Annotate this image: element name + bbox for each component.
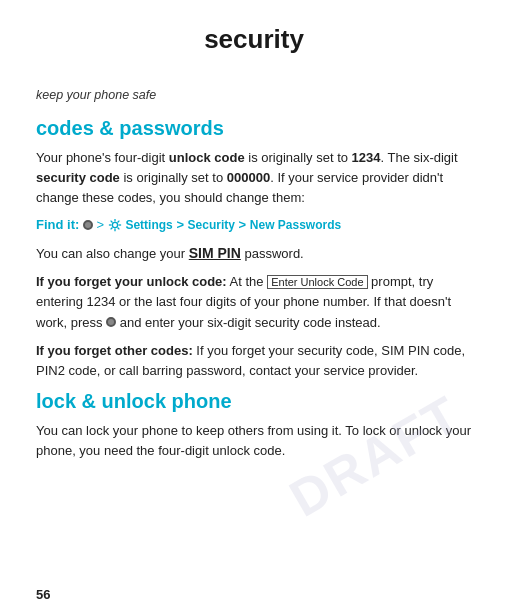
section1-title: codes & passwords — [36, 116, 472, 140]
section2-para1: You can lock your phone to keep others f… — [36, 421, 472, 461]
header-area: security — [0, 0, 508, 78]
center-dot-icon — [83, 220, 93, 230]
forget-other-para: If you forget other codes: If you forget… — [36, 341, 472, 381]
settings-icon — [108, 218, 122, 232]
svg-point-0 — [112, 222, 117, 227]
find-it-line: Find it: > Settings > Security > New Pas… — [36, 216, 472, 234]
find-it-settings: Settings — [125, 218, 172, 232]
page-title: security — [204, 24, 304, 55]
find-it-new-passwords: New Passwords — [250, 218, 341, 232]
forget-unlock-para: If you forget your unlock code: At the E… — [36, 272, 472, 332]
subtitle: keep your phone safe — [36, 88, 472, 102]
sim-pin-line: You can also change your SIM PIN passwor… — [36, 243, 472, 265]
section1-para1: Your phone's four-digit unlock code is o… — [36, 148, 472, 208]
svg-line-5 — [110, 221, 112, 223]
page-container: security keep your phone safe codes & pa… — [0, 0, 508, 616]
section2-title: lock & unlock phone — [36, 389, 472, 413]
svg-line-8 — [110, 228, 112, 230]
enter-unlock-code-box: Enter Unlock Code — [267, 275, 367, 289]
content-area: keep your phone safe codes & passwords Y… — [0, 78, 508, 479]
center-dot-icon2 — [106, 317, 116, 327]
page-number: 56 — [36, 587, 50, 602]
svg-line-6 — [117, 228, 119, 230]
sim-pin-text: SIM PIN — [189, 245, 241, 261]
svg-line-7 — [117, 221, 119, 223]
find-it-security: Security — [188, 218, 235, 232]
